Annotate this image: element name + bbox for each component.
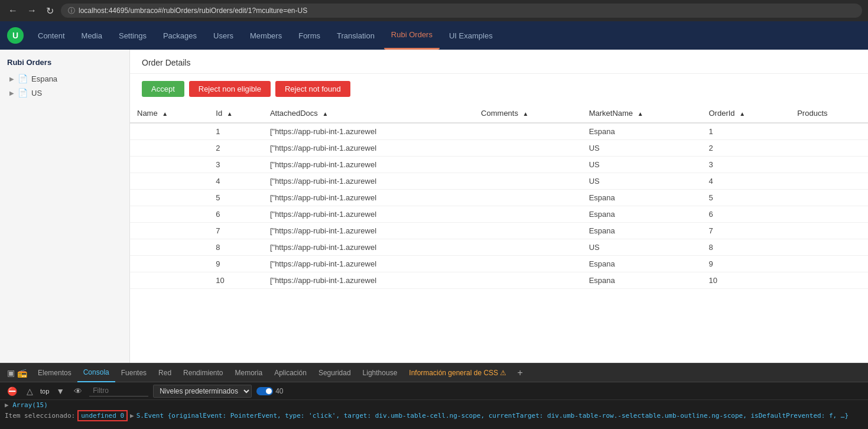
table-row[interactable]: 2 ["https://app-rubi-int-1.azurewel US 2 <box>130 140 868 157</box>
table-row[interactable]: 9 ["https://app-rubi-int-1.azurewel Espa… <box>130 256 868 272</box>
cell-name <box>130 173 209 190</box>
reload-button[interactable]: ↻ <box>44 4 56 18</box>
levels-select[interactable]: Niveles predeterminados <box>153 385 252 398</box>
cell-order-id: 8 <box>701 239 790 256</box>
table-row[interactable]: 6 ["https://app-rubi-int-1.azurewel Espa… <box>130 206 868 223</box>
table-row[interactable]: 5 ["https://app-rubi-int-1.azurewel Espa… <box>130 190 868 206</box>
reject-found-button[interactable]: Reject not found <box>275 81 350 97</box>
table-wrapper: Name ▲ Id ▲ AttachedDocs ▲ Comments ▲ Ma… <box>130 104 868 289</box>
tab-elementos[interactable]: Elementos <box>32 363 77 382</box>
toggle-switch[interactable] <box>256 387 273 395</box>
sidebar-item-us[interactable]: ▶ 📄 US <box>0 86 129 100</box>
nav-translation[interactable]: Translation <box>330 21 382 50</box>
accept-button[interactable]: Accept <box>142 81 184 97</box>
cell-order-id: 10 <box>701 272 790 289</box>
main-layout: Rubi Orders ▶ 📄 Espana ▶ 📄 US Order Deta… <box>0 50 868 363</box>
doc-icon: 📄 <box>18 74 28 83</box>
cell-order-id: 6 <box>701 206 790 223</box>
address-bar[interactable]: ⓘ localhost:44695/umbraco#/rubiOrders/ru… <box>61 4 862 18</box>
nav-members[interactable]: Members <box>243 21 289 50</box>
cell-name <box>130 256 209 272</box>
sidebar-item-espana[interactable]: ▶ 📄 Espana <box>0 72 129 86</box>
cell-comments <box>474 223 582 239</box>
add-tab-button[interactable]: + <box>512 368 527 378</box>
table-row[interactable]: 3 ["https://app-rubi-int-1.azurewel US 3 <box>130 157 868 173</box>
tab-fuentes[interactable]: Fuentes <box>115 363 152 382</box>
eye-btn[interactable]: 👁 <box>71 385 84 397</box>
col-order-id[interactable]: OrderId ▲ <box>701 104 790 123</box>
forward-button[interactable]: → <box>25 4 39 17</box>
tab-aplicacion[interactable]: Aplicación <box>268 363 313 382</box>
cell-products <box>790 206 868 223</box>
expand-icon: ▶ <box>9 76 14 82</box>
content-area: Order Details Accept Reject non eligible… <box>130 50 868 363</box>
col-market-name[interactable]: MarketName ▲ <box>582 104 702 123</box>
cell-comments <box>474 256 582 272</box>
nav-media[interactable]: Media <box>74 21 109 50</box>
cell-comments <box>474 239 582 256</box>
col-name[interactable]: Name ▲ <box>130 104 209 123</box>
col-products[interactable]: Products <box>790 104 868 123</box>
table-row[interactable]: 1 ["https://app-rubi-int-1.azurewel Espa… <box>130 123 868 140</box>
cell-attached-docs: ["https://app-rubi-int-1.azurewel <box>263 206 474 223</box>
cell-order-id: 9 <box>701 256 790 272</box>
nav-forms[interactable]: Forms <box>291 21 327 50</box>
cell-attached-docs: ["https://app-rubi-int-1.azurewel <box>263 173 474 190</box>
cell-products <box>790 190 868 206</box>
arrow-icon: ▶ <box>130 412 134 420</box>
section-header: Order Details <box>130 50 868 74</box>
cell-order-id: 3 <box>701 157 790 173</box>
sidebar: Rubi Orders ▶ 📄 Espana ▶ 📄 US <box>0 50 130 363</box>
filter-input[interactable] <box>89 385 148 396</box>
devtools-device-btn[interactable]: 📻 <box>17 368 27 378</box>
cell-products <box>790 256 868 272</box>
cell-comments <box>474 123 582 140</box>
col-comments[interactable]: Comments ▲ <box>474 104 582 123</box>
tab-red[interactable]: Red <box>152 363 177 382</box>
nav-packages[interactable]: Packages <box>156 21 204 50</box>
cell-attached-docs: ["https://app-rubi-int-1.azurewel <box>263 190 474 206</box>
cell-market-name: US <box>582 140 702 157</box>
cell-attached-docs: ["https://app-rubi-int-1.azurewel <box>263 140 474 157</box>
table-row[interactable]: 8 ["https://app-rubi-int-1.azurewel US 8 <box>130 239 868 256</box>
tab-lighthouse[interactable]: Lighthouse <box>357 363 404 382</box>
nav-settings[interactable]: Settings <box>112 21 154 50</box>
top-navigation: U Content Media Settings Packages Users … <box>0 21 868 50</box>
cell-attached-docs: ["https://app-rubi-int-1.azurewel <box>263 239 474 256</box>
cell-attached-docs: ["https://app-rubi-int-1.azurewel <box>263 223 474 239</box>
expand-icon: ▶ <box>9 90 14 96</box>
selected-label: Item seleccionado: <box>5 412 75 420</box>
tab-css-info[interactable]: Información general de CSS ⚠ <box>403 363 512 382</box>
cell-name <box>130 272 209 289</box>
back-button[interactable]: ← <box>6 4 20 17</box>
tab-rendimiento[interactable]: Rendimiento <box>177 363 229 382</box>
cell-name <box>130 190 209 206</box>
cell-id: 10 <box>209 272 263 289</box>
nav-users[interactable]: Users <box>206 21 240 50</box>
col-id[interactable]: Id ▲ <box>209 104 263 123</box>
clear-console-btn[interactable]: ⛔ <box>5 385 19 397</box>
table-row[interactable]: 7 ["https://app-rubi-int-1.azurewel Espa… <box>130 223 868 239</box>
table-row[interactable]: 10 ["https://app-rubi-int-1.azurewel Esp… <box>130 272 868 289</box>
cell-id: 5 <box>209 190 263 206</box>
reject-eligible-button[interactable]: Reject non eligible <box>189 81 271 97</box>
cell-products <box>790 157 868 173</box>
table-row[interactable]: 4 ["https://app-rubi-int-1.azurewel US 4 <box>130 173 868 190</box>
tab-seguridad[interactable]: Seguridad <box>313 363 357 382</box>
nav-ui-examples[interactable]: UI Examples <box>442 21 500 50</box>
cell-name <box>130 123 209 140</box>
cell-products <box>790 223 868 239</box>
stop-log-btn[interactable]: △ <box>24 385 35 397</box>
context-dropdown-btn[interactable]: ▼ <box>54 385 67 397</box>
tab-consola[interactable]: Consola <box>77 363 115 382</box>
cell-market-name: Espana <box>582 223 702 239</box>
cell-market-name: US <box>582 239 702 256</box>
tab-memoria[interactable]: Memoria <box>229 363 268 382</box>
context-label: top <box>40 388 49 395</box>
console-array-line[interactable]: ▶ Array(15) <box>5 401 863 409</box>
col-attached-docs[interactable]: AttachedDocs ▲ <box>263 104 474 123</box>
nav-content[interactable]: Content <box>31 21 72 50</box>
sidebar-title[interactable]: Rubi Orders <box>0 56 129 72</box>
nav-rubi-orders[interactable]: Rubi Orders <box>384 21 440 50</box>
devtools-inspect-btn[interactable]: ▣ <box>7 368 15 378</box>
